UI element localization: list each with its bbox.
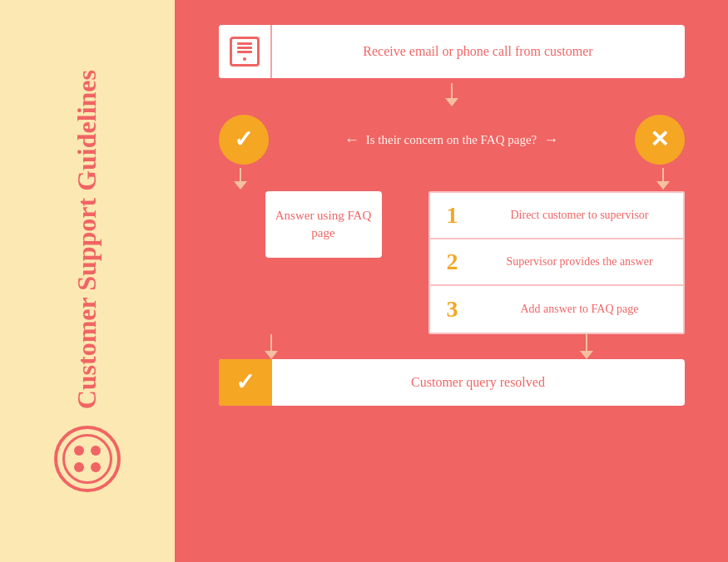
step-2-desc: Supervisor provides the answer: [477, 239, 683, 284]
bottom-left-arrow-head: [265, 351, 278, 359]
no-arrow-head: [656, 181, 670, 190]
icon-line-3: [237, 51, 252, 53]
icon-line-2: [237, 47, 252, 49]
resolved-checkmark-icon: ✓: [235, 371, 255, 394]
bottom-right-v-line: [586, 334, 587, 351]
button-decoration-icon: [54, 426, 121, 492]
bottom-right-arrow: [580, 334, 593, 359]
step-2-row: 2 Supervisor provides the answer: [430, 239, 683, 286]
resolved-text: Customer query resolved: [272, 375, 685, 390]
step-receive-box: Receive email or phone call from custome…: [219, 25, 685, 78]
yes-arrow: [234, 168, 247, 190]
step-1-desc: Direct customer to supervisor: [477, 193, 683, 238]
step-3-number: 3: [430, 286, 477, 333]
hole-grid: [69, 441, 106, 477]
button-inner: [62, 434, 112, 484]
faq-answer-box: Answer using FAQ page: [265, 191, 382, 258]
bottom-right-arrow-head: [580, 351, 593, 359]
fork-arrows: [219, 168, 685, 190]
checkmark-icon: ✓: [234, 128, 253, 151]
faq-question-text: Is their concern on the FAQ page?: [366, 133, 537, 147]
document-icon-box: [219, 25, 272, 78]
v-line-1: [451, 83, 453, 98]
icon-dot: [243, 57, 246, 61]
no-circle: ✕: [635, 115, 685, 165]
yes-v-line: [240, 168, 241, 181]
yes-arrow-head: [234, 181, 247, 190]
no-arrow: [656, 168, 670, 190]
hole-3: [74, 462, 84, 472]
yes-circle: ✓: [219, 115, 269, 165]
sidebar: Customer Support Guidelines: [0, 0, 175, 562]
icon-line-1: [237, 42, 252, 45]
step-receive-text: Receive email or phone call from custome…: [272, 44, 685, 59]
hole-1: [74, 446, 84, 456]
step-1-row: 1 Direct customer to supervisor: [430, 193, 683, 239]
arrow-connector-1: [445, 83, 458, 106]
faq-question-box: ← Is their concern on the FAQ page? →: [269, 131, 635, 149]
step-3-row: 3 Add answer to FAQ page: [430, 286, 683, 333]
resolved-check-box: ✓: [219, 359, 272, 406]
bottom-left-v-line: [270, 334, 272, 351]
sidebar-title: Customer Support Guidelines: [72, 70, 102, 409]
step-3-desc: Add answer to FAQ page: [477, 286, 683, 333]
arrow-right-icon: →: [543, 131, 558, 149]
step-2-number: 2: [430, 239, 477, 284]
bottom-left-arrow: [265, 334, 278, 359]
arrow-left-icon: ←: [344, 131, 359, 149]
bottom-arrows: [219, 334, 685, 359]
step-1-number: 1: [430, 193, 477, 238]
arrow-head-1: [445, 98, 458, 106]
faq-question-row: ✓ ← Is their concern on the FAQ page? → …: [219, 115, 685, 165]
hole-4: [91, 462, 101, 472]
numbered-steps-column: 1 Direct customer to supervisor 2 Superv…: [428, 191, 685, 334]
main-content: Receive email or phone call from custome…: [175, 0, 728, 562]
faq-answer-column: Answer using FAQ page: [219, 191, 428, 334]
no-v-line: [662, 168, 664, 181]
document-exclaim-icon: [230, 37, 260, 67]
xmark-icon: ✕: [650, 128, 669, 151]
hole-2: [91, 446, 101, 456]
resolved-row: ✓ Customer query resolved: [219, 359, 685, 406]
split-row: Answer using FAQ page 1 Direct customer …: [219, 191, 685, 334]
